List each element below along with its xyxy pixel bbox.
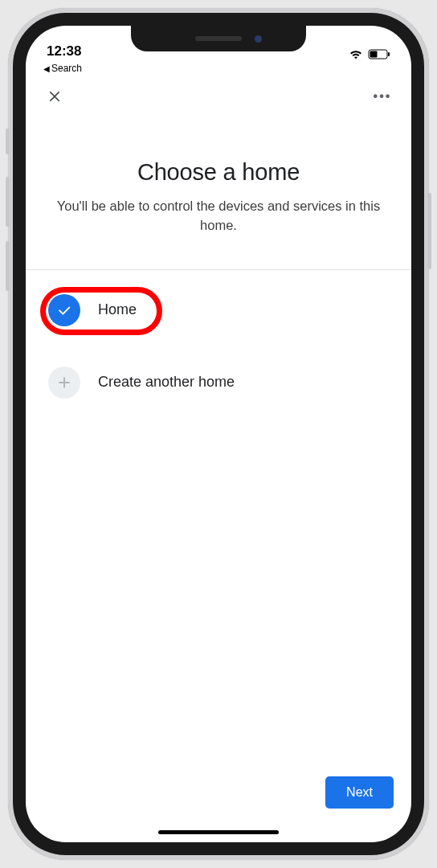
wifi-icon xyxy=(349,49,363,59)
radio-add xyxy=(48,366,80,399)
option-label: Create another home xyxy=(98,374,235,391)
close-icon xyxy=(47,89,62,104)
app-header: ••• xyxy=(26,74,411,109)
page-title: Choose a home xyxy=(26,159,411,186)
page-subtitle: You'll be able to control the devices an… xyxy=(45,197,392,235)
next-button[interactable]: Next xyxy=(325,776,394,809)
back-chevron-icon: ◀ xyxy=(43,64,50,73)
home-indicator[interactable] xyxy=(158,830,279,834)
close-button[interactable] xyxy=(42,84,67,109)
home-option-selected[interactable]: Home xyxy=(26,285,411,336)
checkmark-icon xyxy=(56,302,72,318)
screen: 12:38 ◀ Search ••• Choose a home xyxy=(26,26,411,842)
mute-switch xyxy=(6,129,10,154)
power-button xyxy=(427,193,431,269)
battery-icon xyxy=(368,49,390,59)
back-to-app[interactable]: ◀ Search xyxy=(26,61,411,74)
volume-up-button xyxy=(6,177,10,227)
main-content: Choose a home You'll be able to control … xyxy=(26,109,411,842)
plus-icon xyxy=(56,375,72,391)
radio-selected xyxy=(48,294,80,326)
notch xyxy=(131,26,306,51)
create-home-option[interactable]: Create another home xyxy=(26,357,411,408)
option-label: Home xyxy=(98,301,137,318)
volume-down-button xyxy=(6,241,10,291)
back-app-label: Search xyxy=(51,63,82,74)
status-time: 12:38 xyxy=(47,43,81,59)
more-icon: ••• xyxy=(374,89,392,104)
svg-rect-2 xyxy=(388,52,390,56)
more-button[interactable]: ••• xyxy=(370,84,395,109)
phone-frame: 12:38 ◀ Search ••• Choose a home xyxy=(8,8,429,860)
home-options-list: Home Create another home xyxy=(26,270,411,423)
svg-rect-1 xyxy=(370,51,378,58)
